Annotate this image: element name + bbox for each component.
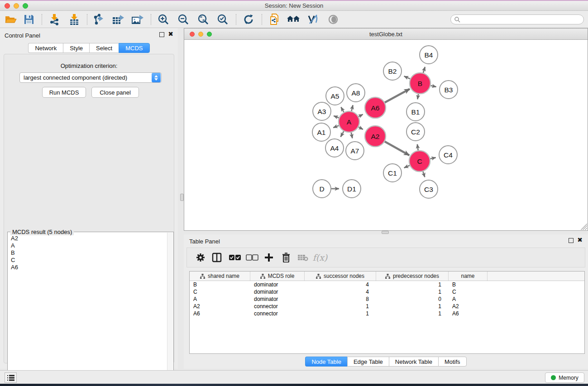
- delete-table-button[interactable]: [295, 251, 311, 264]
- cell-name[interactable]: B: [449, 281, 488, 288]
- zoom-in-button[interactable]: [155, 13, 172, 26]
- save-session-button[interactable]: [21, 13, 37, 26]
- cell-shared-name[interactable]: A: [190, 295, 250, 303]
- network-canvas[interactable]: B4B2BB3A5A8A6A3B1AA1C2A2A4A7C4CC1DD1C3: [184, 40, 588, 230]
- graph-edge-B-B3[interactable]: [430, 86, 436, 87]
- toggle-bird-view-button[interactable]: [305, 13, 321, 26]
- table-settings-button[interactable]: [192, 251, 209, 264]
- column-header-name[interactable]: name: [449, 272, 488, 281]
- delete-column-button[interactable]: [278, 251, 294, 264]
- search-input[interactable]: [460, 16, 583, 23]
- deselect-all-button[interactable]: [244, 251, 260, 264]
- import-network-button[interactable]: [46, 13, 62, 26]
- export-table-button[interactable]: [110, 13, 126, 26]
- zoom-fit-button[interactable]: [195, 13, 211, 26]
- table-row[interactable]: Cdominator41C: [190, 288, 584, 295]
- run-mcds-button[interactable]: Run MCDS: [42, 87, 86, 98]
- graph-edge-A6-B[interactable]: [385, 89, 410, 102]
- graph-edge-A-A1[interactable]: [333, 125, 339, 128]
- graph-edge-C-C2[interactable]: [417, 144, 418, 150]
- cell-name[interactable]: A2: [449, 303, 488, 310]
- split-divider-handle[interactable]: [180, 194, 184, 201]
- graph-node-B2[interactable]: B2: [383, 62, 402, 80]
- graph-node-A1[interactable]: A1: [312, 123, 330, 141]
- graph-edge-A-A2[interactable]: [359, 127, 363, 129]
- graph-node-A7[interactable]: A7: [346, 142, 364, 160]
- float-panel-icon[interactable]: [159, 32, 164, 37]
- create-column-button[interactable]: [261, 251, 277, 264]
- mcds-result-list[interactable]: A2ABCA6: [8, 235, 167, 383]
- float-panel-icon[interactable]: [569, 238, 574, 243]
- mcds-result-item[interactable]: B: [8, 249, 167, 257]
- cell-MCDS-role[interactable]: connector: [250, 310, 305, 317]
- show-hide-button[interactable]: [325, 13, 341, 26]
- cell-successor-nodes[interactable]: 4: [305, 288, 376, 295]
- mcds-result-item[interactable]: A6: [8, 264, 167, 271]
- graph-node-A6[interactable]: A6: [365, 97, 386, 118]
- minimize-window-icon[interactable]: [14, 3, 19, 9]
- graph-edge-A-A7[interactable]: [351, 133, 353, 138]
- graph-node-A8[interactable]: A8: [347, 84, 365, 102]
- graph-edge-C-C4[interactable]: [430, 157, 435, 159]
- graph-node-B[interactable]: B: [410, 73, 430, 94]
- graph-edge-C-C3[interactable]: [423, 172, 425, 177]
- cell-shared-name[interactable]: C: [190, 288, 250, 295]
- tab-network-table[interactable]: Network Table: [389, 357, 438, 367]
- graph-edge-B-B1[interactable]: [417, 94, 418, 100]
- cell-name[interactable]: A6: [449, 310, 488, 317]
- cell-MCDS-role[interactable]: connector: [250, 303, 305, 310]
- clone-network-button[interactable]: [266, 13, 282, 26]
- zoom-selected-button[interactable]: [215, 13, 231, 26]
- cell-successor-nodes[interactable]: 8: [305, 295, 376, 303]
- graph-node-B1[interactable]: B1: [406, 103, 425, 121]
- tab-network[interactable]: Network: [28, 43, 63, 53]
- graph-node-A3[interactable]: A3: [313, 102, 331, 120]
- minimize-window-icon[interactable]: [198, 32, 203, 37]
- window-resize-grip[interactable]: [581, 224, 587, 230]
- split-divider-handle[interactable]: [382, 231, 389, 234]
- graph-edge-B-B2[interactable]: [404, 76, 410, 79]
- graph-edge-B-B4[interactable]: [423, 67, 425, 73]
- cell-MCDS-role[interactable]: dominator: [250, 281, 305, 288]
- graph-edge-C-C1[interactable]: [404, 166, 410, 168]
- column-header-MCDS-role[interactable]: MCDS role: [250, 272, 305, 281]
- table-row[interactable]: Adominator80A: [190, 295, 584, 303]
- cell-shared-name[interactable]: A2: [190, 303, 250, 310]
- graph-edge-A-A8[interactable]: [351, 105, 353, 111]
- table-row[interactable]: A6connector11A6: [190, 310, 584, 317]
- close-panel-icon[interactable]: ✖: [577, 236, 583, 243]
- close-window-icon[interactable]: [190, 32, 195, 37]
- cell-successor-nodes[interactable]: 1: [305, 303, 376, 310]
- graph-node-A[interactable]: A: [339, 111, 359, 132]
- cell-predecessor-nodes[interactable]: 1: [376, 288, 449, 295]
- cell-shared-name[interactable]: A6: [190, 310, 250, 317]
- graph-edge-A-A5[interactable]: [341, 107, 344, 112]
- cell-predecessor-nodes[interactable]: 1: [376, 281, 449, 288]
- cell-predecessor-nodes[interactable]: 1: [376, 303, 449, 310]
- table-row[interactable]: A2connector11A2: [190, 303, 584, 310]
- graph-node-B3[interactable]: B3: [440, 81, 458, 99]
- cell-predecessor-nodes[interactable]: 0: [376, 295, 449, 303]
- export-network-button[interactable]: [91, 13, 107, 26]
- tab-motifs[interactable]: Motifs: [438, 357, 467, 367]
- graph-node-C3[interactable]: C3: [420, 180, 438, 198]
- tab-style[interactable]: Style: [63, 43, 89, 53]
- graph-node-D1[interactable]: D1: [343, 180, 361, 198]
- search-field[interactable]: [450, 14, 584, 24]
- import-table-button[interactable]: [66, 13, 82, 26]
- zoom-window-icon[interactable]: [207, 32, 212, 37]
- graph-node-C2[interactable]: C2: [406, 123, 425, 141]
- task-history-button[interactable]: [5, 372, 17, 383]
- close-window-icon[interactable]: [5, 3, 10, 9]
- mcds-result-item[interactable]: A2: [8, 235, 167, 242]
- cell-predecessor-nodes[interactable]: 1: [376, 310, 449, 317]
- close-panel-button[interactable]: Close panel: [91, 87, 139, 98]
- graph-node-C[interactable]: C: [409, 151, 430, 172]
- select-all-button[interactable]: [227, 251, 243, 264]
- cell-successor-nodes[interactable]: 4: [305, 281, 376, 288]
- column-header-predecessor-nodes[interactable]: predecessor nodes: [376, 272, 449, 281]
- cell-name[interactable]: C: [449, 288, 488, 295]
- tab-select[interactable]: Select: [89, 43, 119, 53]
- tab-node-table[interactable]: Node Table: [305, 357, 347, 367]
- graph-edge-A-A3[interactable]: [334, 116, 339, 118]
